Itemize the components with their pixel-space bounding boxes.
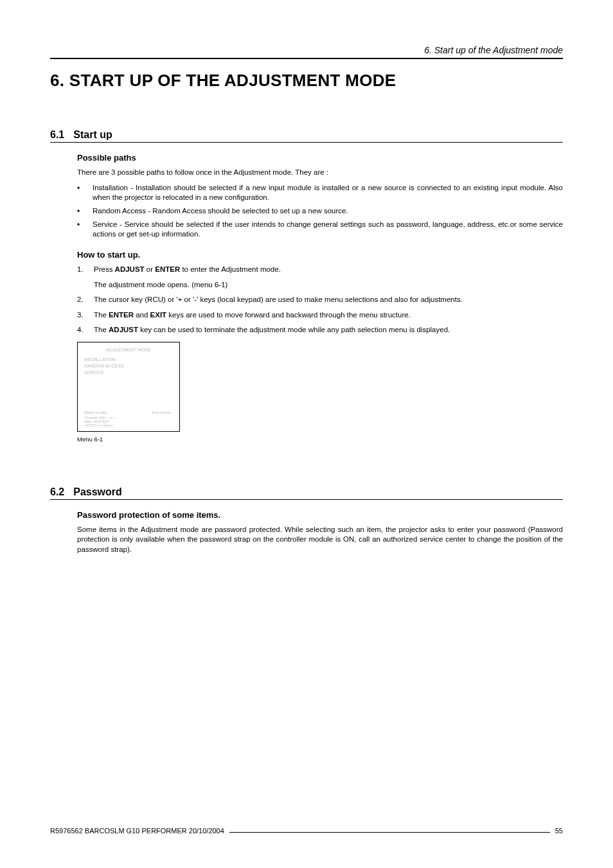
section-6-1-head: 6.1 Start up xyxy=(50,129,563,141)
page-footer: R5976562 BARCOSLM G10 PERFORMER 20/10/20… xyxy=(50,827,563,835)
list-text: Random Access - Random Access should be … xyxy=(93,206,348,217)
bullet-icon: • xyxy=(77,183,84,203)
step-number: 3. xyxy=(77,310,89,321)
list-item: •Random Access - Random Access should be… xyxy=(77,206,563,217)
subhead-how-to-start: How to start up. xyxy=(77,250,563,260)
possible-paths-list: •Installation - Installation should be s… xyxy=(77,183,563,240)
list-item: •Installation - Installation should be s… xyxy=(77,183,563,203)
steps-list-cont: 2. The cursor key (RCU) or '+ or '-' key… xyxy=(77,295,563,335)
step-text: The ENTER and EXIT keys are used to move… xyxy=(94,310,411,321)
section-6-2-head: 6.2 Password xyxy=(50,486,563,498)
step-1-sub: The adjustment mode opens. (menu 6-1) xyxy=(94,281,563,288)
section-rule xyxy=(50,499,563,500)
step-4: 4. The ADJUST key can be used to termina… xyxy=(77,325,563,335)
subhead-possible-paths: Possible paths xyxy=(77,153,563,163)
footer-page-number: 55 xyxy=(555,827,563,835)
menu-item: SERVICE xyxy=(84,370,173,375)
step-number: 4. xyxy=(77,325,89,335)
menu-item: INSTALLATION xyxy=(84,357,173,362)
section-label: Password xyxy=(73,486,122,498)
step-text: The cursor key (RCU) or '+ or '-' keys (… xyxy=(94,295,463,305)
header-rule xyxy=(50,58,563,59)
bullet-icon: • xyxy=(77,220,84,240)
password-paragraph: Some items in the Adjustment mode are pa… xyxy=(77,525,563,555)
step-2: 2. The cursor key (RCU) or '+ or '-' key… xyxy=(77,295,563,305)
running-head: 6. Start up of the Adjustment mode xyxy=(50,45,563,55)
menu-items: INSTALLATION RANDOM ACCESS SERVICE xyxy=(84,357,173,375)
menu-title: ADJUSTMENT MODE xyxy=(84,348,173,352)
bullet-icon: • xyxy=(77,206,84,217)
page: 6. Start up of the Adjustment mode 6. ST… xyxy=(0,0,613,868)
step-number: 1. xyxy=(77,265,89,275)
step-number: 2. xyxy=(77,295,89,305)
step-1: 1. Press ADJUST or ENTER to enter the Ad… xyxy=(77,265,563,275)
list-text: Installation - Installation should be se… xyxy=(93,183,563,203)
subhead-password-protection: Password protection of some items. xyxy=(77,510,563,520)
chapter-title: 6. START UP OF THE ADJUSTMENT MODE xyxy=(50,71,563,91)
footer-rule xyxy=(229,832,550,833)
footer-left: R5976562 BARCOSLM G10 PERFORMER 20/10/20… xyxy=(50,827,224,835)
section-number: 6.2 xyxy=(50,486,64,498)
step-3: 3. The ENTER and EXIT keys are used to m… xyxy=(77,310,563,321)
steps-list: 1. Press ADJUST or ENTER to enter the Ad… xyxy=(77,265,563,275)
list-text: Service - Service should be selected if … xyxy=(93,220,563,240)
menu-caption: Menu 6-1 xyxy=(77,436,563,443)
list-item: •Service - Service should be selected if… xyxy=(77,220,563,240)
section-number: 6.1 xyxy=(50,129,64,141)
step-text: Press ADJUST or ENTER to enter the Adjus… xyxy=(94,265,281,275)
intro-paragraph: There are 3 possible paths to follow onc… xyxy=(77,168,563,178)
section-rule xyxy=(50,142,563,143)
section-label: Start up xyxy=(73,129,112,141)
step-text: The ADJUST key can be used to terminate … xyxy=(94,325,450,335)
menu-6-1-figure: ADJUSTMENT MODE INSTALLATION RANDOM ACCE… xyxy=(77,342,180,432)
menu-item: RANDOM ACCESS xyxy=(84,364,173,368)
menu-hint: Select a pathfrom below : Choose with ↑ … xyxy=(84,411,173,427)
